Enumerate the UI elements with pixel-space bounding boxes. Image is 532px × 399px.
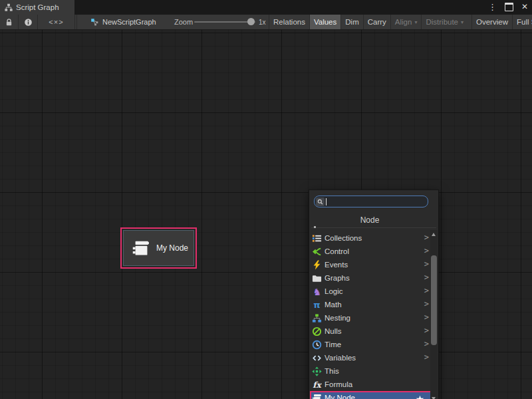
unit-icon — [131, 239, 151, 257]
finder-item-this[interactable]: This — [310, 364, 432, 378]
finder-item-variables[interactable]: Variables > — [310, 351, 432, 364]
finder-item-math[interactable]: Math > — [310, 298, 432, 311]
fuzzy-finder-popup: Node Collections > Control > Events > Gr… — [309, 190, 439, 399]
close-icon[interactable]: ✕ — [521, 3, 528, 11]
chevron-right-icon: > — [424, 233, 429, 242]
finder-item-label: Graphs — [325, 274, 350, 282]
finder-item-time[interactable]: Time > — [310, 338, 432, 351]
toolbar-button-relations[interactable]: Relations — [269, 15, 309, 29]
search-icon — [316, 198, 325, 206]
unit-icon — [312, 393, 322, 399]
finder-item-label: Control — [325, 247, 349, 255]
star-icon — [416, 395, 424, 399]
events-icon — [312, 260, 322, 270]
scroll-up-icon[interactable] — [432, 233, 436, 236]
zoom-slider-track[interactable] — [194, 21, 255, 23]
toolbar-button-label: Values — [314, 18, 336, 26]
time-icon — [312, 340, 322, 350]
variables-icon — [312, 353, 322, 363]
graph-asset[interactable]: NewScriptGraph — [90, 15, 156, 29]
graphs-icon — [312, 273, 322, 283]
graph-toolbar: <×> NewScriptGraph Zoom 1x Relations Val… — [0, 15, 532, 30]
toolbar-button-label: Align — [395, 18, 412, 26]
scrollbar-thumb[interactable] — [431, 255, 437, 345]
my-node[interactable]: My Node — [123, 230, 194, 266]
finder-item-collections[interactable]: Collections > — [310, 231, 432, 245]
toolbar-button-label: Full S — [517, 18, 532, 26]
edit-source-button[interactable]: <×> — [38, 15, 75, 29]
tab-strip: Script Graph ⋮ ✕ — [0, 0, 532, 15]
toolbar-button-dim[interactable]: Dim — [340, 15, 362, 29]
lock-button[interactable] — [0, 15, 19, 29]
info-icon — [24, 18, 33, 27]
finder-item-formula[interactable]: Formula — [310, 378, 432, 391]
finder-item-label: Math — [325, 301, 342, 309]
finder-item-control[interactable]: Control > — [310, 245, 432, 258]
chevron-right-icon: > — [424, 313, 429, 322]
toolbar-button-carry[interactable]: Carry — [363, 15, 390, 29]
finder-header: Node — [309, 215, 430, 225]
toolbar-button-overview[interactable]: Overview — [471, 15, 512, 29]
math-icon — [312, 300, 322, 310]
chevron-right-icon: > — [424, 339, 429, 348]
maximize-icon[interactable] — [505, 3, 513, 11]
finder-scrollbar[interactable] — [430, 230, 438, 399]
inspect-button[interactable] — [19, 15, 38, 29]
chevron-right-icon: > — [424, 273, 429, 282]
script-graph-window: Script Graph ⋮ ✕ <×> NewScriptGraph Zoom… — [0, 0, 532, 399]
finder-item-label: Variables — [325, 354, 356, 362]
formula-icon — [312, 380, 322, 390]
toolbar-button-label: Carry — [368, 18, 386, 26]
search-input[interactable] — [327, 198, 428, 205]
chevron-right-icon: > — [424, 246, 429, 255]
nulls-icon — [312, 327, 322, 336]
graph-asset-name: NewScriptGraph — [102, 18, 156, 26]
finder-separator — [311, 227, 436, 228]
tab-title: Script Graph — [16, 3, 59, 11]
chevron-right-icon: > — [424, 259, 429, 269]
finder-item-nesting[interactable]: Nesting > — [310, 311, 432, 325]
node-label: My Node — [156, 243, 188, 253]
zoom-value: 1x — [259, 15, 266, 29]
tab-script-graph[interactable]: Script Graph — [0, 0, 74, 15]
finder-item-label: Time — [325, 340, 341, 348]
graph-asset-icon — [90, 18, 99, 27]
finder-item-nulls[interactable]: Nulls > — [310, 325, 432, 338]
finder-separator-dot — [314, 226, 316, 228]
toolbar-button-distribute[interactable]: Distribute ▾ — [421, 15, 467, 29]
toolbar-separator — [76, 15, 77, 29]
toolbar-button-label: Relations — [273, 18, 305, 26]
node-selection-outline: My Node — [120, 227, 197, 269]
menu-kebab-icon[interactable]: ⋮ — [488, 3, 497, 11]
collections-icon — [312, 233, 322, 243]
finder-item-label: Nesting — [325, 314, 350, 322]
chevron-right-icon: > — [424, 352, 429, 362]
hierarchy-icon — [5, 3, 13, 11]
finder-item-label: Formula — [325, 380, 352, 388]
finder-item-label: Logic — [325, 287, 343, 295]
zoom-slider-handle[interactable] — [247, 18, 255, 25]
toolbar-button-align[interactable]: Align ▾ — [390, 15, 422, 29]
logic-icon — [312, 287, 322, 297]
finder-item-graphs[interactable]: Graphs > — [310, 271, 432, 285]
finder-item-label: This — [325, 367, 339, 375]
toolbar-buttons: Relations Values Dim Carry Align ▾ Distr… — [269, 15, 532, 29]
toolbar-button-values[interactable]: Values — [309, 15, 340, 29]
finder-item-logic[interactable]: Logic > — [310, 285, 432, 298]
finder-item-label: My Node — [325, 394, 355, 399]
finder-item-events[interactable]: Events > — [310, 258, 432, 271]
finder-item-label: Collections — [325, 234, 362, 242]
toolbar-button-full-s[interactable]: Full S — [512, 15, 532, 29]
finder-item-label: Nulls — [325, 327, 342, 335]
finder-item-my-node[interactable]: My Node — [310, 391, 432, 399]
zoom-label: Zoom — [174, 15, 193, 29]
this-icon — [312, 366, 322, 376]
toolbar-button-label: Distribute — [426, 18, 458, 26]
chevron-right-icon: > — [424, 326, 429, 335]
toolbar-button-label: Overview — [476, 18, 508, 26]
nesting-icon — [312, 313, 322, 323]
finder-list: Collections > Control > Events > Graphs … — [310, 231, 432, 399]
graph-canvas[interactable]: My Node Node Collections > Control > E — [0, 30, 532, 399]
search-box[interactable] — [314, 196, 428, 207]
toolbar-button-label: Dim — [345, 18, 358, 26]
